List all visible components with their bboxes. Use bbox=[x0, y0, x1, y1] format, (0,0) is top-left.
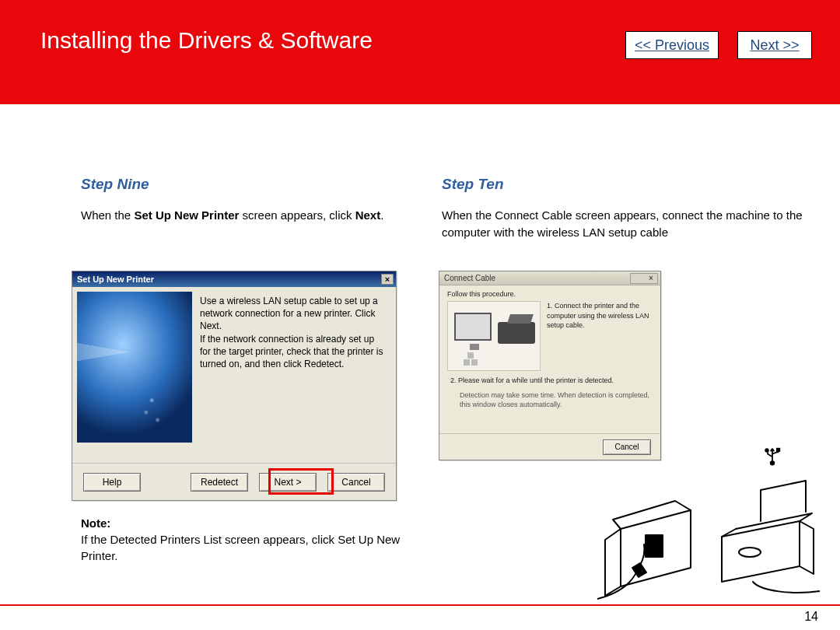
previous-label: << Previous bbox=[635, 37, 709, 54]
footer-divider bbox=[0, 604, 840, 606]
svg-rect-3 bbox=[646, 535, 663, 557]
dialog-title: Set Up New Printer bbox=[77, 275, 154, 284]
page-title: Installing the Drivers & Software bbox=[30, 27, 373, 54]
svg-rect-1 bbox=[777, 449, 780, 452]
close-icon[interactable]: × bbox=[381, 274, 394, 285]
header-band: Installing the Drivers & Software << Pre… bbox=[0, 0, 840, 104]
txt: Please wait for a while until the printe… bbox=[458, 376, 614, 384]
printer-svg bbox=[597, 436, 820, 607]
note-text: If the Detected Printers List screen app… bbox=[81, 533, 400, 562]
dialog-instruction-text: Use a wireless LAN setup cable to set up… bbox=[192, 292, 388, 464]
note-label: Note: bbox=[81, 516, 110, 530]
usb-icon bbox=[761, 445, 784, 471]
dialog-button-row: Help Redetect Next > Cancel bbox=[72, 463, 396, 500]
page-number: 14 bbox=[804, 610, 818, 624]
txt-bold: Set Up New Printer bbox=[134, 208, 239, 222]
label: Help bbox=[103, 477, 122, 488]
redetect-button[interactable]: Redetect bbox=[191, 473, 248, 492]
printer-lineart bbox=[597, 436, 820, 607]
previous-button[interactable]: << Previous bbox=[625, 31, 719, 59]
dialog2-titlebar: Connect Cable × bbox=[439, 271, 660, 285]
dialog2-step1: 1.Connect the printer and the computer u… bbox=[547, 301, 653, 371]
svg-point-2 bbox=[765, 449, 768, 452]
help-button[interactable]: Help bbox=[83, 473, 141, 492]
dialog2-lead: Follow this procedure. bbox=[447, 290, 653, 298]
txt: . bbox=[380, 208, 383, 222]
step-nine-text: When the Set Up New Printer screen appea… bbox=[81, 207, 423, 224]
dialog2-title: Connect Cable bbox=[444, 274, 495, 282]
setup-new-printer-dialog: Set Up New Printer × Use a wireless LAN … bbox=[72, 271, 397, 501]
dialog2-body: Follow this procedure. 1.Connect the pri… bbox=[439, 285, 660, 415]
step-ten-column: Step Ten When the Connect Cable screen a… bbox=[442, 176, 823, 241]
txt-bold: Next bbox=[355, 208, 381, 222]
dialog2-step2: 2.Please wait for a while until the prin… bbox=[450, 376, 653, 410]
label: Redetect bbox=[201, 477, 238, 488]
note-block: Note: If the Detected Printers List scre… bbox=[81, 515, 408, 564]
next-button[interactable]: Next >> bbox=[737, 31, 812, 59]
next-label: Next >> bbox=[750, 37, 799, 54]
step-nine-column: Step Nine When the Set Up New Printer sc… bbox=[81, 176, 423, 224]
label: Next > bbox=[274, 477, 301, 488]
txt: screen appears, click bbox=[239, 208, 355, 222]
dialog-body: Use a wireless LAN setup cable to set up… bbox=[72, 287, 396, 464]
step-ten-heading: Step Ten bbox=[442, 176, 823, 193]
label: Cancel bbox=[341, 477, 370, 488]
connect-cable-dialog: Connect Cable × Follow this procedure. 1… bbox=[439, 271, 661, 460]
txt: When the bbox=[81, 208, 134, 222]
next-button-dialog[interactable]: Next > bbox=[259, 473, 317, 492]
wizard-graphic bbox=[77, 292, 192, 443]
dialog2-step2-sub: Detection may take some time. When detec… bbox=[460, 390, 653, 410]
step-ten-text: When the Connect Cable screen appears, c… bbox=[442, 207, 823, 241]
connect-cable-graphic bbox=[447, 301, 541, 371]
svg-point-4 bbox=[739, 548, 761, 557]
txt: Connect the printer and the computer usi… bbox=[547, 302, 649, 329]
title-strip: Installing the Drivers & Software bbox=[30, 22, 442, 59]
step-nine-heading: Step Nine bbox=[81, 176, 423, 193]
close-icon[interactable]: × bbox=[630, 273, 658, 284]
cancel-button[interactable]: Cancel bbox=[327, 473, 385, 492]
dialog-titlebar: Set Up New Printer × bbox=[72, 271, 396, 287]
